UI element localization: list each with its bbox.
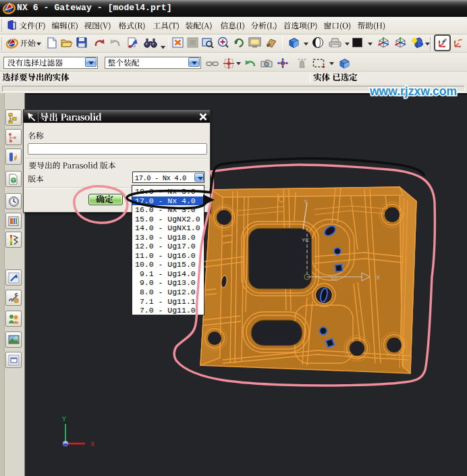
svg-text:X: X: [376, 274, 380, 281]
svg-text:YC: YC: [302, 237, 309, 243]
svg-text:Y: Y: [304, 199, 308, 205]
svg-text:X: X: [90, 441, 94, 448]
svg-text:XC: XC: [331, 276, 338, 282]
svg-text:www.rjzxw.com: www.rjzxw.com: [369, 84, 457, 98]
svg-text:Y: Y: [62, 416, 66, 423]
